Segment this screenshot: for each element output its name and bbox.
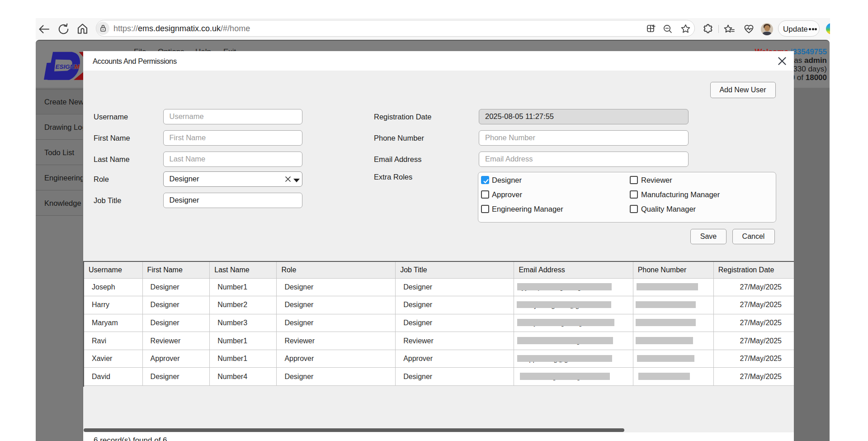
svg-text:ESIGNM: ESIGNM <box>56 63 80 70</box>
